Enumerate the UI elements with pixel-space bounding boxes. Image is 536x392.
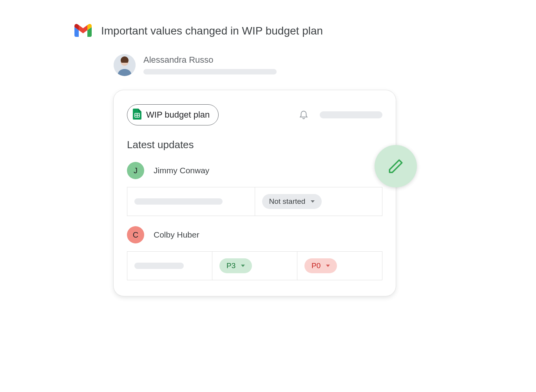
chevron-down-icon — [326, 265, 330, 267]
user-avatar-initial: J — [127, 162, 144, 179]
gmail-icon — [74, 24, 92, 38]
sender-name: Alessandra Russo — [143, 55, 277, 65]
update-cell: P0 — [297, 252, 382, 280]
user-avatar-initial: C — [127, 226, 144, 243]
priority-pill-label: P3 — [226, 261, 235, 270]
update-block: C Colby Huber P3 P0 — [127, 226, 382, 280]
sender-avatar — [114, 54, 136, 76]
priority-pill[interactable]: P3 — [219, 258, 252, 273]
update-cell — [127, 252, 212, 280]
updates-card: WIP budget plan Latest updates J Jimmy C… — [114, 90, 396, 296]
cell-placeholder — [134, 263, 184, 269]
document-chip-label: WIP budget plan — [146, 110, 210, 120]
bell-icon[interactable] — [299, 109, 309, 121]
chevron-down-icon — [311, 200, 315, 203]
update-cell — [127, 187, 255, 216]
pencil-icon — [388, 158, 404, 174]
email-header: Important values changed in WIP budget p… — [74, 24, 462, 38]
sheets-icon — [133, 109, 141, 121]
update-row: Not started — [127, 187, 382, 216]
status-pill[interactable]: Not started — [262, 194, 322, 209]
sender-meta-placeholder — [143, 69, 277, 74]
update-block: J Jimmy Conway Not started — [127, 162, 382, 216]
priority-pill-label: P0 — [311, 261, 321, 270]
sender-row: Alessandra Russo — [114, 54, 462, 76]
update-cell: P3 — [212, 252, 297, 280]
status-pill-label: Not started — [269, 197, 306, 206]
card-header-placeholder — [320, 111, 382, 118]
section-title: Latest updates — [127, 139, 382, 151]
user-name: Colby Huber — [154, 230, 199, 240]
email-subject: Important values changed in WIP budget p… — [101, 25, 323, 37]
update-row: P3 P0 — [127, 251, 382, 280]
chevron-down-icon — [241, 265, 245, 267]
user-name: Jimmy Conway — [154, 166, 209, 175]
edit-fab[interactable] — [375, 145, 417, 187]
update-cell: Not started — [255, 187, 382, 216]
cell-placeholder — [134, 198, 223, 205]
priority-pill[interactable]: P0 — [304, 258, 337, 273]
document-chip[interactable]: WIP budget plan — [127, 104, 219, 125]
